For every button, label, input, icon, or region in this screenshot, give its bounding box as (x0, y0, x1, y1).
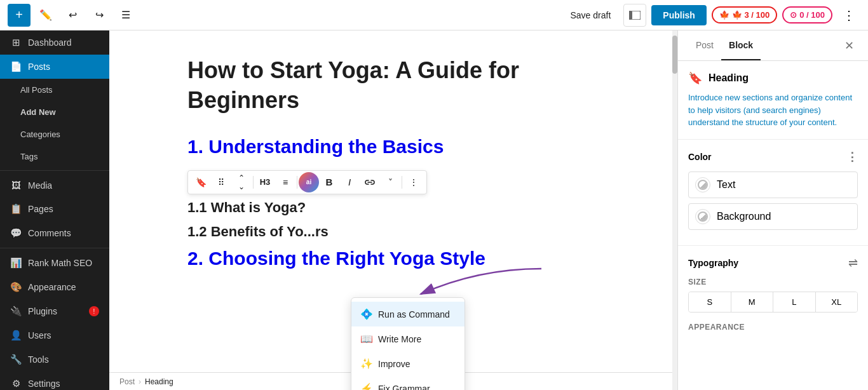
plugins-badge: ! (89, 306, 99, 316)
heading-understanding-basics[interactable]: 1. Understanding the Basics (187, 136, 594, 158)
tools-icon: 🔧 (10, 354, 22, 365)
align-button[interactable]: ≡ (275, 171, 295, 194)
sidebar-item-pages[interactable]: 📋 Pages (0, 197, 109, 221)
heading-what-is-yoga[interactable]: 1.1 What is Yoga? (187, 199, 594, 216)
bg-color-circle (695, 209, 710, 224)
list-view-button[interactable]: ☰ (114, 4, 137, 27)
size-l-button[interactable]: L (773, 292, 816, 312)
color-section-label: Color ⋮ (688, 150, 858, 164)
typography-header: Typography ⇌ (688, 256, 858, 270)
editor-content: How to Start Yoga: A Guide for Beginners… (162, 30, 620, 302)
panel-tabs: Post Block ✕ (678, 30, 868, 61)
block-description: Introduce new sections and organize cont… (688, 91, 858, 129)
move-up-down-button[interactable]: ⌃⌄ (231, 171, 252, 194)
sidebar-item-all-posts[interactable]: All Posts (0, 79, 109, 101)
content-scrollbar[interactable] (672, 30, 677, 390)
breadcrumb-current: Heading (145, 377, 173, 386)
sidebar-item-plugins[interactable]: 🔌 Plugins ! (0, 299, 109, 323)
more-options-down-button[interactable]: ˅ (380, 171, 400, 194)
link-button[interactable] (360, 171, 380, 194)
ai-icon: ai (306, 178, 311, 185)
view-button[interactable] (623, 4, 646, 27)
comments-icon: 💬 (10, 227, 22, 239)
publish-button[interactable]: Publish (651, 5, 707, 25)
text-color-swatch (698, 180, 708, 190)
sidebar-item-rank-math[interactable]: 📊 Rank Math SEO (0, 251, 109, 275)
toolbar-right: Save draft Publish 🍁 🍁 3 / 100 ⊙ 0 / 100… (562, 4, 860, 27)
undo-button[interactable]: ↩ (61, 4, 84, 27)
dropdown-item-fix-grammar[interactable]: ⚡ Fix Grammar (351, 376, 465, 390)
sidebar-item-tools[interactable]: 🔧 Tools (0, 347, 109, 372)
tags-label: Tags (20, 152, 37, 161)
sidebar-item-appearance[interactable]: 🎨 Appearance (0, 275, 109, 299)
heading-benefits[interactable]: 1.2 Benefits of Yo...rs (187, 224, 594, 240)
tab-block[interactable]: Block (721, 31, 761, 60)
block-title: Heading (709, 72, 749, 84)
bookmark-button[interactable]: 🔖 (191, 171, 211, 194)
background-color-label: Background (717, 211, 771, 222)
breadcrumb-post[interactable]: Post (119, 377, 135, 386)
size-buttons-group: S M L XL (688, 292, 858, 313)
svg-rect-1 (629, 11, 632, 20)
fix-grammar-icon: ⚡ (360, 382, 372, 390)
dropdown-item-run-command[interactable]: 💠 Run as Command (351, 302, 465, 326)
sidebar-item-tags[interactable]: Tags (0, 145, 109, 168)
more-options-button[interactable]: ⋮ (837, 4, 860, 27)
save-draft-button[interactable]: Save draft (562, 6, 618, 24)
drag-handle[interactable]: ⠿ (211, 171, 231, 194)
sidebar-item-media[interactable]: 🖼 Media (0, 173, 109, 197)
sidebar-item-users[interactable]: 👤 Users (0, 323, 109, 347)
color-section: Color ⋮ Text Background (678, 140, 868, 246)
size-xl-button[interactable]: XL (816, 292, 858, 312)
toolbar-left: + ✏️ ↩ ↪ ☰ (8, 4, 137, 27)
toolbar-divider-3 (402, 176, 402, 189)
sidebar-item-categories[interactable]: Categories (0, 123, 109, 145)
size-m-button[interactable]: M (731, 292, 774, 312)
edit-icon-button[interactable]: ✏️ (34, 4, 57, 27)
typography-settings-button[interactable]: ⇌ (848, 256, 858, 270)
media-label: Media (28, 180, 52, 191)
seo-score-badge[interactable]: ⊙ 0 / 100 (782, 6, 832, 24)
text-color-circle (695, 177, 710, 192)
bg-color-swatch (698, 212, 708, 222)
color-more-button[interactable]: ⋮ (846, 150, 858, 164)
improve-label: Improve (378, 359, 410, 369)
plugins-icon: 🔌 (10, 306, 22, 317)
sidebar-item-posts[interactable]: 📄 Posts (0, 55, 109, 79)
block-formatting-toolbar: 🔖 ⠿ ⌃⌄ H3 ≡ ai B I (187, 170, 427, 194)
fix-grammar-label: Fix Grammar (378, 384, 430, 391)
sidebar-item-add-new[interactable]: Add New (0, 101, 109, 123)
post-title[interactable]: How to Start Yoga: A Guide for Beginners (187, 56, 594, 116)
rank-icon: 🍁 (719, 10, 729, 20)
size-label: SIZE (688, 278, 858, 286)
block-info-section: 🔖 Heading Introduce new sections and org… (678, 61, 868, 140)
categories-label: Categories (20, 130, 60, 139)
italic-button[interactable]: I (339, 171, 360, 194)
toolbar-divider-2 (297, 176, 297, 189)
add-block-button[interactable]: + (8, 4, 31, 27)
main-layout: ⊞ Dashboard 📄 Posts All Posts Add New Ca… (0, 30, 868, 390)
typography-title: Typography (688, 258, 738, 268)
ai-assistant-button[interactable]: ai (299, 172, 319, 192)
dropdown-item-improve[interactable]: ✨ Improve (351, 351, 465, 376)
heading-choosing-style[interactable]: 2. Choosing the Right Yoga Style (187, 248, 594, 269)
users-icon: 👤 (10, 330, 22, 341)
rank-math-score-badge[interactable]: 🍁 🍁 3 / 100 (712, 6, 777, 24)
comments-label: Comments (28, 228, 71, 238)
bold-button[interactable]: B (319, 171, 339, 194)
background-color-row[interactable]: Background (688, 203, 858, 230)
tab-post[interactable]: Post (688, 31, 721, 60)
heading-level-h3-button[interactable]: H3 (255, 171, 275, 194)
size-s-button[interactable]: S (689, 292, 731, 312)
block-more-button[interactable]: ⋮ (403, 171, 424, 194)
pages-icon: 📋 (10, 203, 22, 215)
scrollbar-thumb[interactable] (672, 36, 677, 74)
color-title: Color (688, 152, 712, 162)
redo-button[interactable]: ↪ (88, 4, 111, 27)
close-panel-button[interactable]: ✕ (840, 37, 858, 55)
sidebar-item-settings[interactable]: ⚙ Settings (0, 372, 109, 390)
dropdown-item-write-more[interactable]: 📖 Write More (351, 326, 465, 351)
text-color-row[interactable]: Text (688, 171, 858, 198)
sidebar-item-dashboard[interactable]: ⊞ Dashboard (0, 30, 109, 55)
sidebar-item-comments[interactable]: 💬 Comments (0, 221, 109, 245)
